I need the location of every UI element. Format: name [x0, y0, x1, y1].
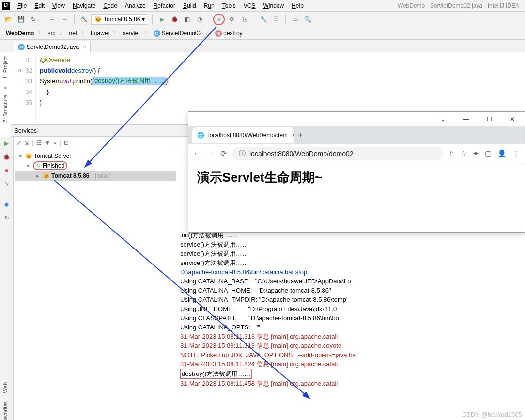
tomcat-icon: 🐱: [94, 16, 102, 23]
crumb-method[interactable]: mdestroy: [212, 30, 245, 37]
back-icon[interactable]: ←: [193, 149, 201, 158]
file-tab-label: ServletDemo02.java: [27, 44, 79, 50]
editor-tabs: C ServletDemo02.java ×: [0, 40, 525, 52]
url-text: localhost:8080/WebDemo/demo02: [249, 150, 354, 157]
folder-icon[interactable]: ▪: [4, 84, 6, 91]
instance-label: Tomcat 8.5.86: [51, 172, 89, 179]
avatar-icon[interactable]: 👤: [497, 149, 507, 158]
coverage-icon[interactable]: ◧: [182, 14, 192, 25]
finished-label: Finished: [43, 162, 64, 169]
layout-icon[interactable]: ☷: [36, 140, 42, 146]
new-tab-icon[interactable]: +: [298, 130, 303, 140]
wrench-icon[interactable]: 🔧: [258, 14, 269, 25]
menu-build[interactable]: Build: [179, 0, 200, 11]
stop-icon[interactable]: ■: [214, 14, 224, 25]
update-icon[interactable]: ⟳: [227, 14, 237, 25]
left-toolwindow-bar: 1: Project ▪ 7: Structure Web 2: Favorit…: [0, 37, 11, 420]
tree-collapse-icon[interactable]: ⊟: [64, 140, 69, 146]
forward-icon[interactable]: →: [60, 14, 70, 25]
menu-navigate[interactable]: Navigate: [69, 0, 99, 11]
app-logo: IJ: [2, 2, 10, 10]
watermark: CSDN @howard2005: [462, 411, 522, 418]
browser-content: 演示Servlet生命周期~: [188, 163, 525, 192]
search-icon[interactable]: 🔍: [302, 14, 313, 25]
expand-icon[interactable]: ⤢: [16, 140, 21, 146]
menu-analyze[interactable]: Analyze: [121, 0, 150, 11]
tree-root-label: Tomcat Server: [34, 153, 71, 159]
method-icon: m: [215, 30, 222, 37]
screen-icon[interactable]: ▭: [290, 14, 300, 25]
url-field[interactable]: ⓘ localhost:8080/WebDemo/demo02: [232, 147, 443, 160]
crumb-net[interactable]: net: [66, 30, 80, 37]
tomcat-icon: 🐱: [43, 172, 49, 179]
crumb-servlet[interactable]: servlet: [120, 30, 142, 37]
tool-favorites[interactable]: 2: Favorites: [2, 401, 8, 420]
sync-icon[interactable]: ↻: [28, 14, 39, 25]
collapse-icon[interactable]: ⇲: [24, 140, 29, 146]
menu-edit[interactable]: Edit: [31, 0, 48, 11]
maximize-icon[interactable]: ☐: [482, 116, 496, 123]
override-icon[interactable]: o↑: [18, 68, 24, 73]
file-tab[interactable]: C ServletDemo02.java ×: [14, 41, 91, 52]
browser-tab-strip: 🌐 localhost:8080/WebDemo/dem × +: [188, 126, 525, 144]
menu-file[interactable]: File: [14, 0, 31, 11]
debug-icon[interactable]: 🐞: [169, 14, 180, 25]
globe-icon: 🌐: [197, 132, 204, 139]
close-icon[interactable]: ✕: [505, 116, 520, 123]
crumb-class[interactable]: CServletDemo02: [151, 30, 205, 37]
tool-structure[interactable]: 7: Structure: [2, 95, 8, 123]
select-icon[interactable]: ⌖: [53, 140, 57, 146]
crumb-huawei[interactable]: huawei: [88, 30, 112, 37]
crumb-src[interactable]: src: [45, 30, 58, 37]
run-configuration-selector[interactable]: 🐱 Tomcat 8.5.86 ▾: [91, 14, 148, 25]
browser-titlebar: ⌄ — ☐ ✕: [188, 112, 525, 126]
services-tree[interactable]: ▾ 🐱 Tomcat Server ▾ ↻ Finished ▸ 🐱 Tomca…: [14, 149, 178, 183]
breadcrumb: WebDemo〉 src〉 net〉 huawei〉 servlet〉 CSer…: [0, 27, 525, 40]
menu-tools[interactable]: Tools: [218, 0, 240, 11]
chevron-down-icon[interactable]: ⌄: [435, 116, 450, 123]
extension-icon[interactable]: ✦: [473, 149, 479, 158]
structure-icon[interactable]: ☰: [271, 14, 281, 25]
hammer-icon[interactable]: 🔨: [78, 14, 89, 25]
open-icon[interactable]: 📂: [3, 14, 14, 25]
class-icon: C: [154, 30, 160, 37]
tree-toggle-icon[interactable]: ▾: [25, 162, 31, 169]
filter-icon[interactable]: ▼: [45, 140, 50, 146]
share-icon[interactable]: ⇪: [448, 149, 455, 158]
menu-window[interactable]: Window: [259, 0, 288, 11]
menu-run[interactable]: Run: [200, 0, 218, 11]
menu-vcs[interactable]: VCS: [240, 0, 260, 11]
gutter: 31 o↑32 33 34 35: [11, 52, 36, 124]
window-icon[interactable]: ▢: [485, 149, 492, 158]
code-area[interactable]: @Override public void destroy() { System…: [36, 52, 170, 124]
run-icon[interactable]: ▶: [156, 14, 167, 25]
profile-icon[interactable]: ◔: [194, 14, 205, 25]
forward-icon[interactable]: →: [207, 149, 215, 158]
services-toolbar: ⤢ ⇲ | ☷ ▼ ⌖ | ⊟: [14, 137, 178, 149]
tool-web[interactable]: Web: [2, 382, 8, 393]
rerun-icon[interactable]: ↻: [36, 162, 41, 169]
minimize-icon[interactable]: —: [459, 116, 473, 123]
class-icon: C: [18, 44, 25, 50]
menu-code[interactable]: Code: [99, 0, 121, 11]
back-icon[interactable]: ←: [47, 14, 58, 25]
menu-view[interactable]: View: [48, 0, 69, 11]
menu-icon[interactable]: ⋮: [512, 149, 520, 158]
tool-project[interactable]: 1: Project: [2, 56, 8, 78]
reload-icon[interactable]: ⟳: [220, 149, 227, 158]
instance-local-label: [local]: [95, 172, 110, 179]
menu-refactor[interactable]: Refactor: [150, 0, 179, 11]
browser-tab[interactable]: 🌐 localhost:8080/WebDemo/dem ×: [192, 127, 294, 143]
save-icon[interactable]: 💾: [15, 14, 26, 25]
close-tab-icon[interactable]: ×: [292, 132, 295, 139]
tree-toggle-icon[interactable]: ▸: [35, 172, 41, 179]
star-icon[interactable]: ☆: [461, 149, 467, 158]
finished-node-highlight: ↻ Finished: [33, 161, 67, 170]
browser-addressbar: ← → ⟳ ⓘ localhost:8080/WebDemo/demo02 ⇪ …: [188, 144, 525, 163]
crumb-root[interactable]: WebDemo: [3, 30, 37, 37]
attach-icon[interactable]: ⎘: [239, 14, 250, 25]
tree-toggle-icon[interactable]: ▾: [17, 153, 23, 159]
info-icon[interactable]: ⓘ: [239, 149, 246, 158]
close-tab-icon[interactable]: ×: [83, 44, 86, 50]
menu-help[interactable]: Help: [288, 0, 308, 11]
